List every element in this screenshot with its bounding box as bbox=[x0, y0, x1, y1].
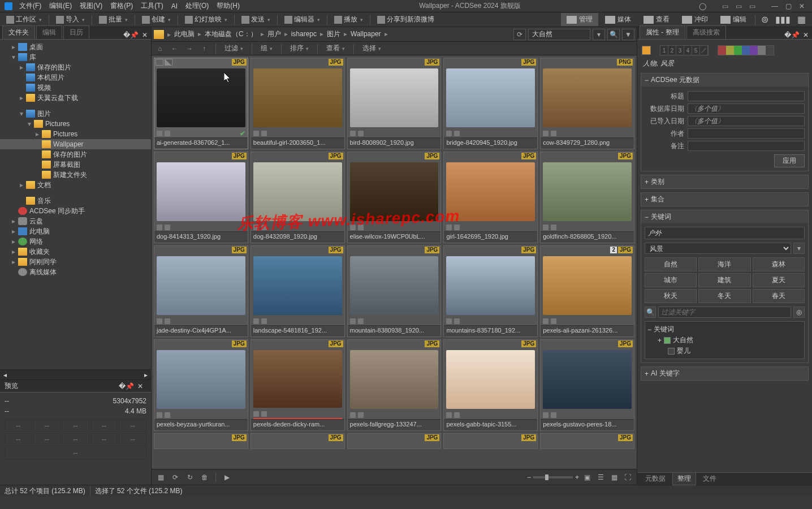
layout-2-icon[interactable]: ▭ bbox=[733, 2, 744, 11]
crumb-seg[interactable]: isharepc bbox=[289, 29, 319, 39]
ai-keywords-header[interactable]: +AI 关键字 bbox=[641, 367, 808, 380]
tb-icon-1[interactable]: ▦ bbox=[155, 472, 166, 483]
play-button[interactable]: 播放 bbox=[331, 14, 366, 25]
menu-file[interactable]: 文件(F) bbox=[16, 0, 45, 12]
btab-file[interactable]: 文件 bbox=[698, 473, 721, 485]
keyword-checkbox[interactable] bbox=[668, 348, 675, 355]
quick-keyword[interactable]: 城市 bbox=[645, 273, 697, 287]
tb-icon-2[interactable]: ⟳ bbox=[170, 472, 181, 483]
tb-icon-5[interactable]: ▶ bbox=[221, 472, 232, 483]
tree-twisty-icon[interactable]: ▸ bbox=[10, 258, 17, 266]
share-weibo-button[interactable]: 分享到新浪微博 bbox=[374, 14, 437, 25]
close-icon[interactable]: ✕ bbox=[796, 2, 807, 11]
right-pin-icon[interactable]: �📌 bbox=[784, 31, 800, 39]
tree-twisty-icon[interactable]: ▸ bbox=[10, 248, 17, 256]
minimize-icon[interactable]: — bbox=[769, 2, 780, 11]
btab-organize[interactable]: 整理 bbox=[672, 472, 696, 485]
crop-icon[interactable] bbox=[156, 59, 163, 66]
thumbnail[interactable]: JPG dog-8414313_1920.jpg bbox=[154, 152, 248, 243]
tree-twisty-icon[interactable]: ▾ bbox=[18, 110, 25, 118]
nav-back-icon[interactable]: ← bbox=[170, 44, 180, 54]
category-header[interactable]: +类别 bbox=[641, 175, 808, 188]
zoom-slider[interactable] bbox=[533, 476, 573, 478]
meta-input[interactable] bbox=[688, 103, 805, 114]
tree-node-网络[interactable]: ▸网络 bbox=[0, 236, 151, 247]
batch-button[interactable]: 批量 bbox=[96, 14, 131, 25]
pin-icon[interactable]: �📌 bbox=[123, 31, 139, 39]
thumbnail[interactable]: JPG ✔ ai-generated-8367062_1... bbox=[154, 58, 248, 149]
crumb-seg[interactable]: 用户 bbox=[265, 29, 283, 39]
tree-twisty-icon[interactable]: ▸ bbox=[10, 238, 17, 245]
tree-twisty-icon[interactable]: ▸ bbox=[18, 181, 25, 189]
thumbnail[interactable]: JPG goldfinch-8268805_1920... bbox=[540, 152, 634, 243]
mode-media[interactable]: 媒体 bbox=[599, 13, 637, 26]
quick-keyword[interactable]: 夏天 bbox=[753, 273, 805, 287]
tree-node-库[interactable]: ▾库 bbox=[0, 52, 151, 62]
meta-input[interactable] bbox=[688, 116, 805, 126]
group-dropdown[interactable]: 组 bbox=[258, 42, 275, 54]
maximize-icon[interactable]: ▢ bbox=[783, 2, 794, 11]
refresh-icon[interactable]: ⟳ bbox=[513, 29, 526, 40]
tree-node-阿刚同学[interactable]: ▸阿刚同学 bbox=[0, 257, 151, 267]
tab-edit[interactable]: 编辑 bbox=[36, 25, 62, 39]
thumbnail[interactable]: 2JPG pexels-ali-pazani-261326... bbox=[540, 245, 634, 337]
mode-manage[interactable]: 管理 bbox=[561, 13, 598, 26]
keyword-preset-select[interactable]: 风景 bbox=[645, 243, 791, 254]
filter-dropdown[interactable]: 过滤 bbox=[222, 42, 245, 54]
breadcrumb[interactable]: ▸ 此电脑▸本地磁盘（C：）▸用户▸isharepc▸图片▸Wallpaper▸ bbox=[154, 29, 511, 39]
menu-help[interactable]: 帮助(H) bbox=[213, 0, 243, 12]
mode-extra-3-icon[interactable]: ▦ bbox=[794, 13, 809, 26]
btab-metadata[interactable]: 元数据 bbox=[641, 473, 670, 485]
tree-node-云盘[interactable]: ▸云盘 bbox=[0, 216, 151, 226]
quick-keyword[interactable]: 建筑 bbox=[698, 273, 750, 287]
nav-up-icon[interactable]: ↑ bbox=[199, 44, 209, 54]
tree-twisty-icon[interactable]: ▸ bbox=[10, 43, 17, 51]
zoom-extra-2-icon[interactable]: ☰ bbox=[595, 472, 606, 483]
zoom-extra-3-icon[interactable]: ▦ bbox=[608, 472, 620, 483]
thumbnail[interactable]: JPG bbox=[250, 433, 345, 449]
tree-node-保存的图片[interactable]: 保存的图片 bbox=[0, 149, 151, 159]
mode-extra-2-icon[interactable]: ▮▮▮ bbox=[772, 13, 793, 26]
thumbnail[interactable]: JPG bbox=[540, 433, 634, 449]
crumb-seg[interactable]: 此电脑 bbox=[172, 29, 197, 39]
thumbnail[interactable]: JPG landscape-5481816_192... bbox=[250, 245, 345, 337]
thumbnail[interactable]: JPG pexels-beyzaa-yurtkuran... bbox=[154, 339, 248, 431]
tree-node-保存的图片[interactable]: ▸保存的图片 bbox=[0, 62, 151, 72]
menu-edit[interactable]: 编辑(E) bbox=[46, 0, 75, 12]
apply-button[interactable]: 应用 bbox=[774, 154, 805, 167]
search-icon[interactable]: 🔍 bbox=[607, 29, 620, 40]
nav-home-icon[interactable]: ⌂ bbox=[155, 44, 165, 54]
tree-scroll[interactable]: ◂▸ bbox=[0, 369, 151, 379]
zoom-extra-1-icon[interactable]: ▣ bbox=[581, 472, 593, 483]
thumbnail[interactable]: JPG dog-8432098_1920.jpg bbox=[250, 152, 345, 243]
menu-view[interactable]: 视图(V) bbox=[76, 0, 106, 12]
thumbnail[interactable]: JPG elise-wilcox-19WCP0UbL... bbox=[347, 152, 442, 243]
color-label-swatches[interactable] bbox=[718, 45, 774, 55]
send-button[interactable]: 发送 bbox=[239, 14, 273, 25]
keyword-search-icon[interactable]: 🔍 bbox=[645, 307, 656, 318]
tree-node-离线媒体[interactable]: 离线媒体 bbox=[0, 267, 151, 277]
tree-node-收藏夹[interactable]: ▸收藏夹 bbox=[0, 247, 151, 257]
user-icon[interactable]: ◯ bbox=[697, 2, 708, 11]
tree-node-Pictures[interactable]: ▾Pictures bbox=[0, 119, 151, 129]
tree-twisty-icon[interactable]: ▸ bbox=[18, 63, 25, 71]
zoom-out-icon[interactable]: − bbox=[527, 473, 531, 481]
keyword-preset-dropdown-icon[interactable]: ▾ bbox=[793, 243, 805, 254]
view-dropdown[interactable]: 查看 bbox=[324, 42, 347, 54]
current-color-swatch[interactable] bbox=[642, 46, 651, 55]
editor-button[interactable]: 编辑器 bbox=[282, 14, 323, 25]
tb-icon-4[interactable]: 🗑 bbox=[199, 472, 210, 483]
tree-node-Pictures[interactable]: ▸Pictures bbox=[0, 129, 151, 139]
right-close-icon[interactable]: ✕ bbox=[803, 31, 809, 39]
crumb-seg[interactable]: 图片 bbox=[325, 29, 343, 39]
keyword-tree[interactable]: −关键词 +大自然 婴儿 bbox=[645, 321, 805, 359]
keywords-header[interactable]: −关键词 bbox=[641, 210, 808, 223]
rating-strip[interactable]: 12345／ bbox=[660, 45, 709, 55]
crumb-seg[interactable]: Wallpaper bbox=[348, 29, 383, 39]
quick-keyword[interactable]: 海洋 bbox=[698, 257, 750, 271]
tree-node-本机照片[interactable]: 本机照片 bbox=[0, 72, 151, 83]
quick-keyword[interactable]: 秋天 bbox=[645, 289, 697, 303]
meta-input[interactable] bbox=[688, 91, 805, 101]
quick-keyword[interactable]: 春天 bbox=[753, 289, 805, 303]
meta-input[interactable] bbox=[688, 128, 805, 139]
